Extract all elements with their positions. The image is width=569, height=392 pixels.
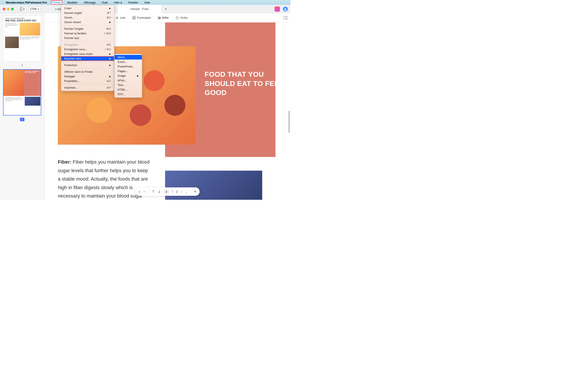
submenu-item-text-[interactable]: Text... [115, 83, 142, 87]
thumbnail-image-icon [25, 97, 40, 106]
svg-rect-14 [134, 18, 135, 19]
tool-lien[interactable]: Lien [115, 16, 126, 20]
next-page-button[interactable]: ↓ [186, 190, 187, 194]
menu-item-enregistrer-sous-autre[interactable]: Enregistrer sous Autre▶ [61, 52, 114, 56]
menu-item-enregistrer-sous-[interactable]: Enregistrer sous...⇧⌘S [61, 47, 114, 52]
last-page-button[interactable]: ⤓ [158, 190, 161, 194]
menu-item-afficher-dans-le-finder[interactable]: Afficher dans le Finder [61, 70, 114, 74]
submenu-item-epub-[interactable]: ePub... [115, 78, 142, 83]
thumbnails-sidebar: HOW TO EAT HEALTHY AND FEEL GOOD EVERY D… [0, 13, 45, 200]
zoom-out-button[interactable]: − [143, 190, 146, 194]
zoom-selector[interactable]: 173% ▾ [29, 7, 40, 11]
menubar: Wondershare PDFelement Pro Fichier Modif… [0, 0, 290, 5]
svg-point-2 [285, 8, 286, 9]
thumbnail-image-icon [20, 23, 40, 36]
app-name[interactable]: Wondershare PDFelement Pro [6, 1, 47, 4]
submenu-item-rtf-[interactable]: RTF... [115, 92, 142, 97]
tab-fruits[interactable]: Lifestyle - Fruits [118, 5, 162, 13]
svg-rect-12 [134, 16, 135, 18]
new-tab-button[interactable]: + [162, 5, 170, 13]
first-page-button[interactable]: ⤒ [152, 190, 155, 194]
menu-item-enregistrer: Enregistrer⌘S [61, 42, 114, 47]
page-heading: FOOD THAT YOU SHOULD EAT TO FEEL GOOD [205, 70, 284, 98]
menu-outil[interactable]: Outil [101, 0, 109, 5]
prev-page-button[interactable]: ↑ [181, 190, 183, 194]
file-menu-dropdown: Créer▶Nouvel onglet⌘TOuvrir...⌘OOuvrir r… [61, 5, 114, 91]
submenu-item-image[interactable]: Image▶ [115, 73, 142, 78]
zoom-in-button[interactable]: + [138, 190, 140, 194]
chevron-down-icon: ▾ [38, 8, 39, 10]
minimize-window-button[interactable] [7, 8, 10, 10]
submenu-item-pages-[interactable]: Pages... [115, 69, 142, 73]
page-separator: / [172, 190, 173, 193]
close-nav-button[interactable]: ✕ [194, 190, 197, 194]
menu-item-partager[interactable]: Partager▶ [61, 74, 114, 79]
traffic-lights [3, 8, 14, 10]
menu-item-cr-er[interactable]: Créer▶ [61, 6, 114, 11]
menu-item-ouvrir-r-cent[interactable]: Ouvrir récent▶ [61, 20, 114, 25]
thumbnail-image-icon [5, 37, 19, 48]
submenu-item-html-[interactable]: HTML... [115, 87, 142, 92]
close-window-button[interactable] [3, 8, 5, 10]
menu-item-fermer-l-onglet[interactable]: Fermer l'onglet⌘W [61, 27, 114, 31]
menu-item-propri-t-s-[interactable]: Propriétés...⌘D [61, 79, 114, 83]
svg-rect-17 [176, 17, 178, 19]
menu-item-exporter-vers[interactable]: Exporter vers▶ [61, 56, 114, 61]
total-pages: 2 [176, 190, 178, 193]
menu-fenetre[interactable]: Fenêtre [127, 0, 139, 5]
current-page-input[interactable] [164, 190, 169, 194]
page-thumbnail-1[interactable]: HOW TO EAT HEALTHY AND FEEL GOOD EVERY D… [3, 15, 41, 62]
menu-modifier[interactable]: Modifier [66, 0, 79, 5]
svg-rect-16 [159, 17, 161, 18]
page-number-badge: 2 [20, 118, 25, 121]
submenu-item-excel-[interactable]: Excel... [115, 59, 142, 64]
menu-aller-a[interactable]: Aller à [113, 0, 123, 5]
menu-item-fermer-tout[interactable]: Fermer tout [61, 36, 114, 40]
tool-biffer[interactable]: Biffer [157, 16, 169, 20]
thumbnail-image-icon [3, 70, 24, 96]
chevron-down-icon: ▾ [24, 8, 25, 10]
tool-outils[interactable]: Outils [176, 16, 188, 20]
page-navigation-bar: + − ⤒ ⤓ / 2 ↑ ↓ ✕ [135, 187, 199, 196]
svg-rect-13 [133, 18, 134, 19]
menu-item-fermer-la-fen-tre[interactable]: Fermer la fenêtre⇧⌘W [61, 31, 114, 36]
vertical-scrollbar[interactable] [288, 111, 290, 133]
submenu-item-powerpoint-[interactable]: PowerPoint... [115, 64, 142, 69]
page-number-label: 1 [3, 64, 41, 67]
zoom-value: 173% [30, 8, 37, 11]
svg-rect-11 [133, 16, 134, 18]
window-chrome: ▾ 173% ▾ e plan Lifestyle - Mountain Lif… [0, 5, 290, 13]
fullscreen-window-button[interactable] [11, 8, 14, 10]
menu-item-protection[interactable]: Protection▶ [61, 63, 114, 68]
app-brand-icon[interactable] [275, 6, 280, 12]
right-panel-toggle[interactable] [284, 16, 287, 19]
svg-rect-0 [20, 8, 23, 10]
sidebar-toggle-button[interactable]: ▾ [18, 7, 26, 12]
page-thumbnail-2[interactable]: FOOD THAT YOU SHOULD EAT TO FEEL GOOD Lo… [3, 69, 41, 115]
menu-aide[interactable]: Aide [143, 0, 151, 5]
menu-item-imprimer-[interactable]: Imprimer...⌘P [61, 85, 114, 90]
menu-item-ouvrir-[interactable]: Ouvrir...⌘O [61, 15, 114, 20]
tool-formulaire[interactable]: Formulaire [132, 16, 151, 20]
export-submenu-dropdown: Word...Excel...PowerPoint...Pages...Imag… [114, 54, 142, 98]
user-avatar-icon[interactable] [283, 7, 288, 12]
submenu-item-word-[interactable]: Word... [115, 55, 142, 59]
window-end-controls [275, 6, 288, 12]
menu-item-nouvel-onglet[interactable]: Nouvel onglet⌘T [61, 11, 114, 15]
menu-affichage[interactable]: Affichage [83, 0, 97, 5]
menu-fichier[interactable]: Fichier [51, 0, 62, 5]
